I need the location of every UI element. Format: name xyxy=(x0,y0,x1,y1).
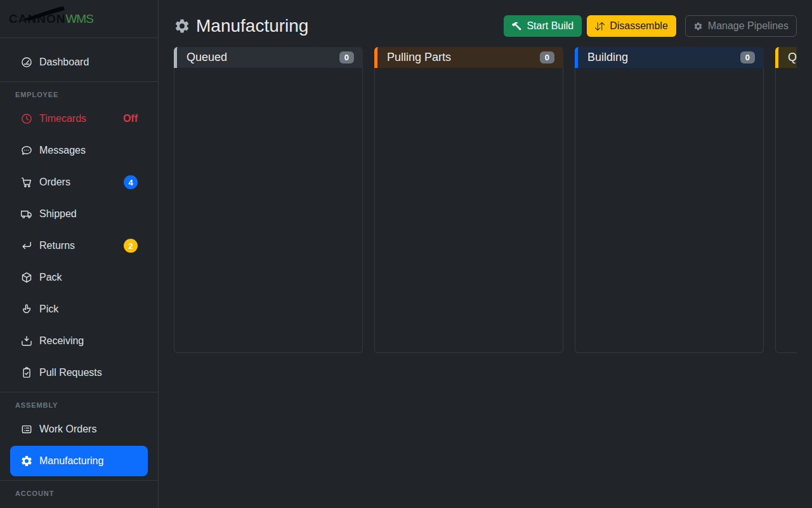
sidebar-item-label: Orders xyxy=(39,177,70,188)
kanban-column-pulling-parts: Pulling Parts 0 xyxy=(374,47,563,353)
sidebar: CANNON WMS Dashboard Employee Timecards … xyxy=(0,0,159,508)
column-title: Queued xyxy=(187,51,227,64)
kanban-column-clipped: Q xyxy=(775,47,797,353)
sidebar-divider xyxy=(0,81,158,82)
cart-icon xyxy=(20,176,33,189)
sidebar-item-label: Receiving xyxy=(39,335,84,347)
sidebar-item-timecards[interactable]: Timecards Off xyxy=(10,104,148,134)
button-label: Manage Pipelines xyxy=(708,20,789,32)
kanban-column-header: Pulling Parts 0 xyxy=(374,47,563,68)
page-title: Manufacturing xyxy=(196,16,308,36)
sidebar-item-messages[interactable]: Messages xyxy=(10,135,148,166)
page-header: Manufacturing Start Build Disassemble Ma… xyxy=(174,15,797,37)
column-title: Pulling Parts xyxy=(387,51,451,64)
box-icon xyxy=(20,271,33,284)
gear-icon xyxy=(693,22,703,31)
list-card-icon xyxy=(20,423,33,436)
hand-point-icon xyxy=(20,303,33,316)
sidebar-item-label: Pull Requests xyxy=(39,367,102,378)
sidebar-item-label: Manufacturing xyxy=(39,455,103,467)
chat-icon xyxy=(20,144,33,157)
sidebar-section-header-employee: Employee xyxy=(15,91,143,98)
sidebar-item-orders[interactable]: Orders 4 xyxy=(10,167,148,197)
column-title: Building xyxy=(587,51,628,64)
kanban-column-header: Building 0 xyxy=(575,47,764,68)
cannon-barrel-icon xyxy=(23,5,71,20)
sidebar-item-label: Shipped xyxy=(39,208,77,220)
gear-icon xyxy=(20,455,33,467)
column-count-badge: 0 xyxy=(740,51,755,64)
return-arrow-icon xyxy=(20,239,33,252)
column-title: Q xyxy=(788,51,797,64)
sidebar-item-manufacturing[interactable]: Manufacturing xyxy=(10,446,148,476)
brand-logo[interactable]: CANNON WMS xyxy=(0,0,158,38)
gear-icon xyxy=(174,18,190,34)
receive-download-icon xyxy=(20,335,33,347)
sidebar-item-label: Pick xyxy=(39,304,58,315)
sidebar-section-header-account: Account xyxy=(15,490,143,497)
orders-count-badge: 4 xyxy=(124,175,138,189)
start-build-button[interactable]: Start Build xyxy=(504,15,582,37)
column-count-badge: 0 xyxy=(339,51,354,64)
sidebar-nav: Dashboard Employee Timecards Off Message… xyxy=(0,38,158,508)
sidebar-item-dashboard[interactable]: Dashboard xyxy=(10,47,148,77)
kanban-column-header: Q xyxy=(775,47,797,68)
sidebar-item-label: Returns xyxy=(39,240,75,251)
hammer-icon xyxy=(512,22,521,31)
column-dropzone[interactable] xyxy=(575,68,764,353)
sidebar-section-header-assembly: Assembly xyxy=(15,401,143,409)
sidebar-divider xyxy=(0,392,158,392)
sidebar-item-work-orders[interactable]: Work Orders xyxy=(10,414,148,444)
header-actions: Start Build Disassemble Manage Pipelines xyxy=(504,15,797,37)
button-label: Start Build xyxy=(527,20,573,32)
page-title-group: Manufacturing xyxy=(174,16,308,36)
sidebar-item-label: Timecards xyxy=(39,113,86,124)
sidebar-item-label: Work Orders xyxy=(39,424,96,435)
kanban-column-queued: Queued 0 xyxy=(174,47,363,353)
clock-icon xyxy=(20,112,33,125)
sidebar-divider xyxy=(0,480,158,481)
truck-icon xyxy=(20,208,33,220)
returns-count-badge: 2 xyxy=(124,239,138,253)
column-dropzone[interactable] xyxy=(174,68,363,353)
kanban-column-header: Queued 0 xyxy=(174,47,363,68)
sidebar-item-shipped[interactable]: Shipped xyxy=(10,199,148,229)
sidebar-item-receiving[interactable]: Receiving xyxy=(10,326,148,356)
main-content: Manufacturing Start Build Disassemble Ma… xyxy=(159,0,812,508)
sidebar-item-label: Messages xyxy=(39,145,86,156)
sidebar-item-pick[interactable]: Pick xyxy=(10,294,148,324)
kanban-board[interactable]: Queued 0 Pulling Parts 0 Building 0 Q xyxy=(174,47,797,353)
column-dropzone[interactable] xyxy=(775,68,797,353)
sidebar-item-pull-requests[interactable]: Pull Requests xyxy=(10,358,148,388)
timecards-status: Off xyxy=(123,113,138,124)
sidebar-item-pack[interactable]: Pack xyxy=(10,262,148,293)
clipboard-check-icon xyxy=(20,366,33,379)
button-label: Disassemble xyxy=(610,20,668,32)
column-dropzone[interactable] xyxy=(374,68,563,353)
gauge-icon xyxy=(20,56,33,69)
column-count-badge: 0 xyxy=(540,51,554,64)
sidebar-item-label: Dashboard xyxy=(39,57,89,68)
disassemble-button[interactable]: Disassemble xyxy=(587,15,676,37)
arrows-down-up-icon xyxy=(595,22,605,31)
sidebar-item-returns[interactable]: Returns 2 xyxy=(10,231,148,261)
sidebar-item-label: Pack xyxy=(39,272,62,283)
kanban-column-building: Building 0 xyxy=(575,47,764,353)
manage-pipelines-button[interactable]: Manage Pipelines xyxy=(685,15,797,37)
